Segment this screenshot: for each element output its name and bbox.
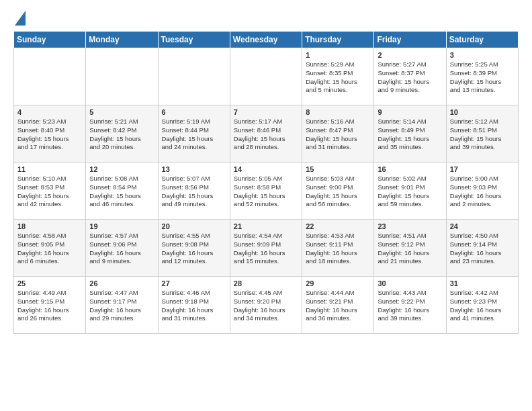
day-number: 20 (162, 222, 226, 230)
day-cell: 2Sunrise: 5:27 AM Sunset: 8:37 PM Daylig… (374, 48, 446, 105)
day-cell (86, 48, 158, 105)
day-number: 6 (162, 108, 226, 116)
day-info: Sunrise: 4:47 AM Sunset: 9:17 PM Dayligh… (89, 289, 154, 323)
day-cell: 5Sunrise: 5:21 AM Sunset: 8:42 PM Daylig… (86, 105, 158, 163)
day-cell: 18Sunrise: 4:58 AM Sunset: 9:05 PM Dayli… (14, 220, 86, 277)
day-info: Sunrise: 5:08 AM Sunset: 8:54 PM Dayligh… (89, 175, 154, 209)
day-cell: 28Sunrise: 4:45 AM Sunset: 9:20 PM Dayli… (230, 277, 302, 334)
day-info: Sunrise: 5:02 AM Sunset: 9:01 PM Dayligh… (378, 175, 442, 209)
col-header-tuesday: Tuesday (158, 32, 230, 48)
day-cell: 22Sunrise: 4:53 AM Sunset: 9:11 PM Dayli… (302, 220, 374, 277)
day-info: Sunrise: 4:58 AM Sunset: 9:05 PM Dayligh… (17, 232, 82, 266)
day-cell: 30Sunrise: 4:43 AM Sunset: 9:22 PM Dayli… (374, 277, 446, 334)
day-cell: 21Sunrise: 4:54 AM Sunset: 9:09 PM Dayli… (230, 220, 302, 277)
col-header-saturday: Saturday (446, 32, 518, 48)
week-row-5: 25Sunrise: 4:49 AM Sunset: 9:15 PM Dayli… (14, 277, 519, 334)
day-number: 21 (234, 222, 298, 230)
day-info: Sunrise: 5:12 AM Sunset: 8:51 PM Dayligh… (450, 118, 515, 152)
day-info: Sunrise: 5:14 AM Sunset: 8:49 PM Dayligh… (378, 118, 442, 152)
logo-icon (15, 11, 26, 26)
day-number: 27 (162, 279, 226, 287)
day-number: 5 (89, 108, 154, 116)
day-cell (14, 48, 86, 105)
week-row-2: 4Sunrise: 5:23 AM Sunset: 8:40 PM Daylig… (14, 105, 519, 163)
day-number: 25 (17, 279, 82, 287)
day-info: Sunrise: 4:45 AM Sunset: 9:20 PM Dayligh… (234, 289, 298, 323)
day-cell (158, 48, 230, 105)
day-cell: 7Sunrise: 5:17 AM Sunset: 8:46 PM Daylig… (230, 105, 302, 163)
day-cell: 8Sunrise: 5:16 AM Sunset: 8:47 PM Daylig… (302, 105, 374, 163)
day-cell: 19Sunrise: 4:57 AM Sunset: 9:06 PM Dayli… (86, 220, 158, 277)
day-number: 19 (89, 222, 154, 230)
day-cell (230, 48, 302, 105)
col-header-thursday: Thursday (302, 32, 374, 48)
day-info: Sunrise: 5:16 AM Sunset: 8:47 PM Dayligh… (306, 118, 370, 152)
day-number: 9 (378, 108, 442, 116)
day-info: Sunrise: 5:29 AM Sunset: 8:35 PM Dayligh… (306, 60, 370, 95)
day-cell: 25Sunrise: 4:49 AM Sunset: 9:15 PM Dayli… (14, 277, 86, 334)
col-header-friday: Friday (374, 32, 446, 48)
day-number: 28 (234, 279, 298, 287)
day-info: Sunrise: 5:07 AM Sunset: 8:56 PM Dayligh… (162, 175, 226, 209)
page: SundayMondayTuesdayWednesdayThursdayFrid… (0, 0, 532, 411)
day-number: 12 (89, 165, 154, 173)
day-cell: 15Sunrise: 5:03 AM Sunset: 9:00 PM Dayli… (302, 163, 374, 220)
day-number: 31 (450, 279, 515, 287)
day-info: Sunrise: 4:55 AM Sunset: 9:08 PM Dayligh… (162, 232, 226, 266)
day-number: 1 (306, 51, 370, 59)
col-header-sunday: Sunday (14, 32, 86, 48)
day-number: 14 (234, 165, 298, 173)
day-number: 3 (450, 51, 515, 59)
day-info: Sunrise: 4:49 AM Sunset: 9:15 PM Dayligh… (17, 289, 82, 323)
day-cell: 17Sunrise: 5:00 AM Sunset: 9:03 PM Dayli… (446, 163, 518, 220)
day-number: 16 (378, 165, 442, 173)
day-info: Sunrise: 5:27 AM Sunset: 8:37 PM Dayligh… (378, 60, 442, 95)
day-number: 13 (162, 165, 226, 173)
day-info: Sunrise: 4:54 AM Sunset: 9:09 PM Dayligh… (234, 232, 298, 266)
day-cell: 1Sunrise: 5:29 AM Sunset: 8:35 PM Daylig… (302, 48, 374, 105)
day-number: 26 (89, 279, 154, 287)
week-row-4: 18Sunrise: 4:58 AM Sunset: 9:05 PM Dayli… (14, 220, 519, 277)
day-info: Sunrise: 5:21 AM Sunset: 8:42 PM Dayligh… (89, 118, 154, 152)
day-info: Sunrise: 4:53 AM Sunset: 9:11 PM Dayligh… (306, 232, 370, 266)
day-number: 10 (450, 108, 515, 116)
day-cell: 10Sunrise: 5:12 AM Sunset: 8:51 PM Dayli… (446, 105, 518, 163)
col-header-wednesday: Wednesday (230, 32, 302, 48)
day-info: Sunrise: 5:03 AM Sunset: 9:00 PM Dayligh… (306, 175, 370, 209)
header-row: SundayMondayTuesdayWednesdayThursdayFrid… (14, 32, 519, 48)
day-info: Sunrise: 4:42 AM Sunset: 9:23 PM Dayligh… (450, 289, 515, 323)
day-number: 29 (306, 279, 370, 287)
day-number: 11 (17, 165, 82, 173)
day-info: Sunrise: 5:25 AM Sunset: 8:39 PM Dayligh… (450, 60, 515, 95)
day-info: Sunrise: 5:23 AM Sunset: 8:40 PM Dayligh… (17, 118, 82, 152)
day-cell: 4Sunrise: 5:23 AM Sunset: 8:40 PM Daylig… (14, 105, 86, 163)
week-row-3: 11Sunrise: 5:10 AM Sunset: 8:53 PM Dayli… (14, 163, 519, 220)
day-cell: 14Sunrise: 5:05 AM Sunset: 8:58 PM Dayli… (230, 163, 302, 220)
day-cell: 29Sunrise: 4:44 AM Sunset: 9:21 PM Dayli… (302, 277, 374, 334)
day-cell: 3Sunrise: 5:25 AM Sunset: 8:39 PM Daylig… (446, 48, 518, 105)
day-number: 30 (378, 279, 442, 287)
day-number: 2 (378, 51, 442, 59)
day-cell: 24Sunrise: 4:50 AM Sunset: 9:14 PM Dayli… (446, 220, 518, 277)
day-cell: 31Sunrise: 4:42 AM Sunset: 9:23 PM Dayli… (446, 277, 518, 334)
day-info: Sunrise: 4:51 AM Sunset: 9:12 PM Dayligh… (378, 232, 442, 266)
day-cell: 9Sunrise: 5:14 AM Sunset: 8:49 PM Daylig… (374, 105, 446, 163)
logo-text (13, 11, 26, 26)
calendar-table: SundayMondayTuesdayWednesdayThursdayFrid… (13, 31, 519, 334)
day-info: Sunrise: 4:57 AM Sunset: 9:06 PM Dayligh… (89, 232, 154, 266)
day-info: Sunrise: 4:50 AM Sunset: 9:14 PM Dayligh… (450, 232, 515, 266)
day-cell: 20Sunrise: 4:55 AM Sunset: 9:08 PM Dayli… (158, 220, 230, 277)
day-info: Sunrise: 5:17 AM Sunset: 8:46 PM Dayligh… (234, 118, 298, 152)
day-cell: 11Sunrise: 5:10 AM Sunset: 8:53 PM Dayli… (14, 163, 86, 220)
day-cell: 12Sunrise: 5:08 AM Sunset: 8:54 PM Dayli… (86, 163, 158, 220)
day-cell: 6Sunrise: 5:19 AM Sunset: 8:44 PM Daylig… (158, 105, 230, 163)
week-row-1: 1Sunrise: 5:29 AM Sunset: 8:35 PM Daylig… (14, 48, 519, 105)
col-header-monday: Monday (86, 32, 158, 48)
svg-marker-0 (15, 11, 26, 26)
day-info: Sunrise: 5:05 AM Sunset: 8:58 PM Dayligh… (234, 175, 298, 209)
day-number: 8 (306, 108, 370, 116)
day-cell: 26Sunrise: 4:47 AM Sunset: 9:17 PM Dayli… (86, 277, 158, 334)
day-number: 15 (306, 165, 370, 173)
day-info: Sunrise: 5:00 AM Sunset: 9:03 PM Dayligh… (450, 175, 515, 209)
day-info: Sunrise: 4:43 AM Sunset: 9:22 PM Dayligh… (378, 289, 442, 323)
